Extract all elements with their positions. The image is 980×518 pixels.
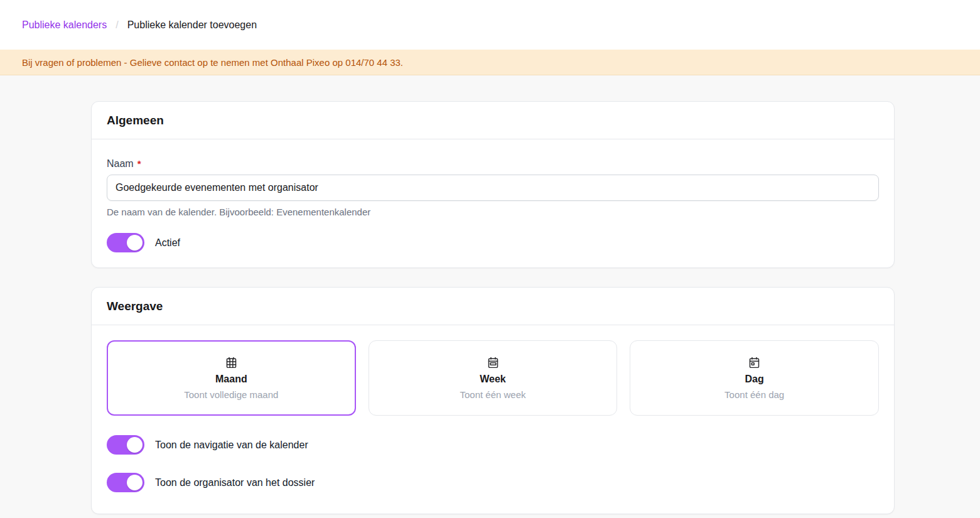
general-section-title: Algemeen (107, 114, 164, 127)
active-toggle-label: Actief (155, 237, 180, 249)
calendar-week-icon (487, 356, 500, 369)
view-option-title: Maand (215, 374, 247, 385)
display-section-card: Weergave Maand Toont volledige maand (91, 287, 895, 514)
name-input[interactable] (107, 175, 879, 201)
view-option-description: Toont één dag (724, 389, 784, 400)
topbar: Publieke kalenders / Publieke kalender t… (0, 0, 980, 50)
contact-alert-banner: Bij vragen of problemen - Gelieve contac… (0, 50, 980, 75)
view-option-title: Dag (745, 374, 764, 385)
main-content: Algemeen Naam * De naam van de kalender.… (0, 101, 980, 514)
view-options-grid: Maand Toont volledige maand Week Toont é… (107, 340, 879, 416)
breadcrumb-current-page: Publieke kalender toevoegen (127, 19, 257, 31)
name-field-label: Naam (107, 158, 134, 170)
show-navigation-toggle[interactable] (107, 435, 144, 455)
breadcrumb-link-publieke-kalenders[interactable]: Publieke kalenders (22, 19, 107, 31)
view-option-dag[interactable]: Dag Toont één dag (630, 340, 879, 416)
toggle-knob (127, 235, 143, 251)
view-option-description: Toont volledige maand (184, 389, 278, 400)
name-helper-text: De naam van de kalender. Bijvoorbeeld: E… (107, 207, 879, 217)
show-organizer-toggle-label: Toon de organisator van het dossier (155, 477, 315, 488)
breadcrumb-separator: / (116, 19, 118, 31)
general-section-body: Naam * De naam van de kalender. Bijvoorb… (92, 139, 894, 267)
contact-alert-text: Bij vragen of problemen - Gelieve contac… (22, 57, 403, 68)
toggle-knob (127, 475, 143, 490)
view-option-maand[interactable]: Maand Toont volledige maand (107, 340, 356, 416)
show-organizer-toggle[interactable] (107, 473, 144, 492)
calendar-day-icon (748, 356, 761, 369)
display-section-header: Weergave (92, 288, 894, 325)
general-section-header: Algemeen (92, 102, 894, 139)
show-navigation-toggle-label: Toon de navigatie van de kalender (155, 440, 308, 451)
required-asterisk: * (137, 158, 141, 169)
display-toggles: Toon de navigatie van de kalender Toon d… (107, 435, 879, 492)
general-section-card: Algemeen Naam * De naam van de kalender.… (91, 101, 895, 268)
display-section-title: Weergave (107, 299, 163, 313)
active-toggle[interactable] (107, 233, 144, 252)
breadcrumb: Publieke kalenders / Publieke kalender t… (22, 19, 257, 31)
view-option-week[interactable]: Week Toont één week (369, 340, 618, 416)
display-section-body: Maand Toont volledige maand Week Toont é… (92, 325, 894, 514)
calendar-month-icon (225, 356, 238, 369)
view-option-description: Toont één week (460, 389, 525, 400)
view-option-title: Week (480, 374, 506, 385)
toggle-knob (127, 437, 143, 453)
